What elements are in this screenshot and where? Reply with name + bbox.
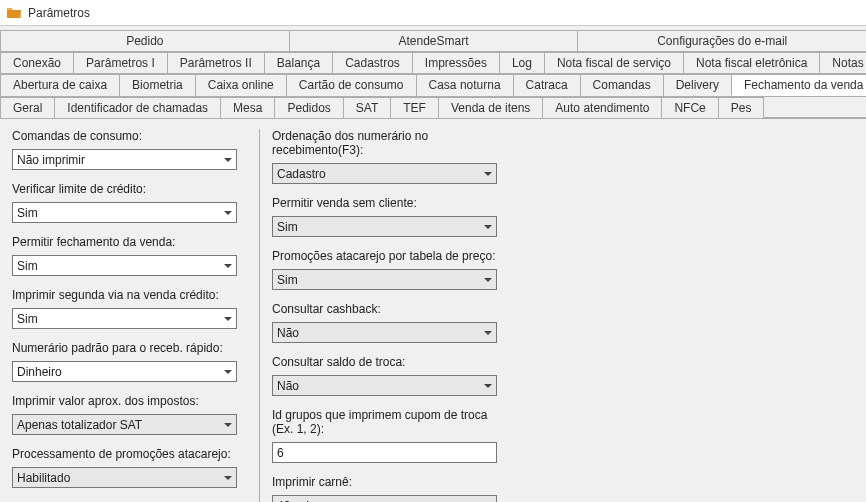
select-value: Sim — [17, 312, 219, 326]
titlebar: Parâmetros — [0, 0, 866, 26]
label-venda-sem-cliente: Permitir venda sem cliente: — [272, 196, 507, 210]
tab-geral[interactable]: Geral — [0, 97, 55, 118]
chevron-down-icon — [479, 217, 496, 236]
tab-tef[interactable]: TEF — [390, 97, 439, 118]
column-divider — [259, 129, 260, 502]
chevron-down-icon — [219, 309, 236, 328]
label-comandas-consumo: Comandas de consumo: — [12, 129, 247, 143]
select-permitir-fechamento[interactable]: Sim — [12, 255, 237, 276]
tab-spacer — [763, 97, 866, 118]
tab-delivery[interactable]: Delivery — [663, 74, 732, 96]
tab-abertura-caixa[interactable]: Abertura de caixa — [0, 74, 120, 96]
tab-catraca[interactable]: Catraca — [513, 74, 581, 96]
label-id-grupos-cupom: Id grupos que imprimem cupom de troca (E… — [272, 408, 507, 436]
select-value: Cadastro — [277, 167, 479, 181]
tab-nfe[interactable]: Nota fiscal eletrônica — [683, 52, 820, 73]
tab-ident-chamadas[interactable]: Identificador de chamadas — [54, 97, 221, 118]
input-id-grupos-cupom[interactable] — [272, 442, 497, 463]
select-value: Sim — [277, 220, 479, 234]
label-imprimir-carne: Imprimir carnê: — [272, 475, 507, 489]
chevron-down-icon — [219, 362, 236, 381]
label-consultar-cashback: Consultar cashback: — [272, 302, 507, 316]
select-consultar-cashback[interactable]: Não — [272, 322, 497, 343]
tab-log[interactable]: Log — [499, 52, 545, 73]
select-value: Não imprimir — [17, 153, 219, 167]
select-value: Apenas totalizador SAT — [17, 418, 219, 432]
tab-pes[interactable]: Pes — [718, 97, 765, 118]
chevron-down-icon — [219, 415, 236, 434]
label-promocoes-tabela: Promoções atacarejo por tabela de preço: — [272, 249, 507, 263]
select-value: 40 colunas — [277, 499, 479, 503]
tab-pedidos[interactable]: Pedidos — [274, 97, 343, 118]
chevron-down-icon — [479, 376, 496, 395]
select-imprimir-impostos[interactable]: Apenas totalizador SAT — [12, 414, 237, 435]
label-segunda-via: Imprimir segunda via na venda crédito: — [12, 288, 247, 302]
label-limite-credito: Verificar limite de crédito: — [12, 182, 247, 196]
select-segunda-via[interactable]: Sim — [12, 308, 237, 329]
label-ordenacao-numerario: Ordenação dos numerário no recebimento(F… — [272, 129, 507, 157]
chevron-down-icon — [219, 203, 236, 222]
tab-row-2: Conexão Parâmetros I Parâmetros II Balan… — [0, 52, 866, 74]
tab-mesa[interactable]: Mesa — [220, 97, 275, 118]
left-column: Comandas de consumo: Não imprimir Verifi… — [12, 129, 247, 502]
label-numerario-padrao: Numerário padrão para o receb. rápido: — [12, 341, 247, 355]
tab-row-4: Geral Identificador de chamadas Mesa Ped… — [0, 97, 866, 119]
select-comandas-consumo[interactable]: Não imprimir — [12, 149, 237, 170]
select-imprimir-carne[interactable]: 40 colunas — [272, 495, 497, 502]
chevron-down-icon — [219, 150, 236, 169]
select-value: Sim — [17, 259, 219, 273]
folder-icon — [6, 5, 22, 21]
chevron-down-icon — [479, 270, 496, 289]
label-saldo-troca: Consultar saldo de troca: — [272, 355, 507, 369]
tab-venda-itens[interactable]: Venda de itens — [438, 97, 543, 118]
select-value: Não — [277, 379, 479, 393]
tab-config-email[interactable]: Configurações do e-mail — [577, 30, 866, 51]
tab-parametros-i[interactable]: Parâmetros I — [73, 52, 168, 73]
tab-impressoes[interactable]: Impressões — [412, 52, 500, 73]
tab-balanca[interactable]: Balança — [264, 52, 333, 73]
chevron-down-icon — [219, 256, 236, 275]
select-numerario-padrao[interactable]: Dinheiro — [12, 361, 237, 382]
label-imprimir-impostos: Imprimir valor aprox. dos impostos: — [12, 394, 247, 408]
chevron-down-icon — [479, 164, 496, 183]
tab-fechamento-venda[interactable]: Fechamento da venda — [731, 74, 866, 96]
tab-parametros-ii[interactable]: Parâmetros II — [167, 52, 265, 73]
right-column: Ordenação dos numerário no recebimento(F… — [272, 129, 507, 502]
select-value: Dinheiro — [17, 365, 219, 379]
tab-cadastros[interactable]: Cadastros — [332, 52, 413, 73]
tab-comandas[interactable]: Comandas — [580, 74, 664, 96]
tab-notas-fiscais[interactable]: Notas fiscais — [819, 52, 866, 73]
tab-auto-atendimento[interactable]: Auto atendimento — [542, 97, 662, 118]
tab-nfce[interactable]: NFCe — [661, 97, 718, 118]
tab-cartao-consumo[interactable]: Cartão de consumo — [286, 74, 417, 96]
tab-nfs[interactable]: Nota fiscal de serviço — [544, 52, 684, 73]
chevron-down-icon — [219, 468, 236, 487]
label-promocoes-atacarejo: Processamento de promoções atacarejo: — [12, 447, 247, 461]
chevron-down-icon — [479, 496, 496, 502]
tab-row-3: Abertura de caixa Biometria Caixa online… — [0, 74, 866, 97]
tab-sat[interactable]: SAT — [343, 97, 391, 118]
tab-conexao[interactable]: Conexão — [0, 52, 74, 73]
select-promocoes-tabela[interactable]: Sim — [272, 269, 497, 290]
select-value: Habilitado — [17, 471, 219, 485]
select-value: Sim — [277, 273, 479, 287]
tab-atendesmart[interactable]: AtendeSmart — [289, 30, 579, 51]
select-ordenacao-numerario[interactable]: Cadastro — [272, 163, 497, 184]
select-promocoes-atacarejo[interactable]: Habilitado — [12, 467, 237, 488]
select-limite-credito[interactable]: Sim — [12, 202, 237, 223]
label-permitir-fechamento: Permitir fechamento da venda: — [12, 235, 247, 249]
tab-biometria[interactable]: Biometria — [119, 74, 196, 96]
tab-row-1: Pedido AtendeSmart Configurações do e-ma… — [0, 30, 866, 52]
window-title: Parâmetros — [28, 6, 90, 20]
tab-casa-noturna[interactable]: Casa noturna — [416, 74, 514, 96]
chevron-down-icon — [479, 323, 496, 342]
select-saldo-troca[interactable]: Não — [272, 375, 497, 396]
select-value: Sim — [17, 206, 219, 220]
tab-caixa-online[interactable]: Caixa online — [195, 74, 287, 96]
select-venda-sem-cliente[interactable]: Sim — [272, 216, 497, 237]
select-value: Não — [277, 326, 479, 340]
tab-pedido[interactable]: Pedido — [0, 30, 290, 51]
content-area: Comandas de consumo: Não imprimir Verifi… — [0, 119, 866, 502]
